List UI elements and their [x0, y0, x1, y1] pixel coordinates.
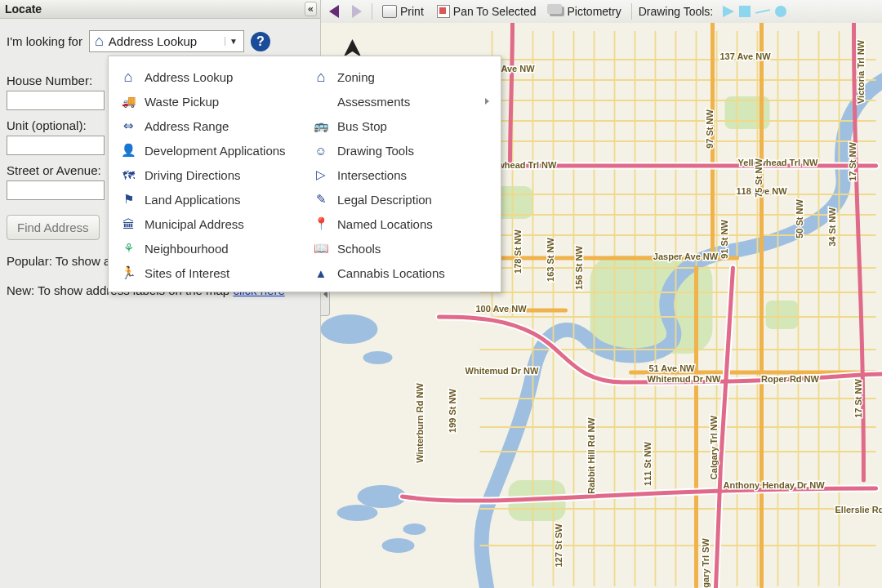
menu-item-zoning[interactable]: Zoning: [303, 65, 496, 89]
svg-text:Roper Rd NW: Roper Rd NW: [761, 374, 820, 384]
menu-item-neighbourhood[interactable]: Neighbourhood: [110, 236, 303, 261]
svg-text:17 St NW: 17 St NW: [853, 379, 863, 418]
draw-line-tool[interactable]: [755, 9, 770, 14]
ico-truck-icon: [120, 94, 136, 109]
svg-point-7: [363, 351, 393, 364]
svg-point-11: [382, 538, 415, 553]
menu-item-label: Address Lookup: [145, 70, 233, 84]
draw-circle-tool[interactable]: [775, 6, 786, 17]
menu-item-label: Driving Directions: [145, 168, 241, 182]
svg-text:34 St NW: 34 St NW: [827, 207, 837, 247]
svg-text:178 St NW: 178 St NW: [513, 229, 523, 273]
menu-item-land-applications[interactable]: Land Applications: [110, 187, 303, 212]
menu-item-legal-description[interactable]: Legal Description: [303, 187, 496, 212]
menu-item-schools[interactable]: Schools: [303, 236, 496, 261]
svg-text:127 St SW: 127 St SW: [554, 523, 564, 568]
print-button[interactable]: Print: [379, 3, 427, 20]
blank-icon: [313, 94, 329, 109]
lookup-row: I'm looking for Address Lookup ▼ ?: [0, 19, 320, 60]
menu-item-municipal-address[interactable]: Municipal Address: [110, 212, 303, 236]
menu-item-label: Land Applications: [145, 193, 241, 207]
nav-back-button[interactable]: [326, 3, 342, 20]
house-icon: [95, 33, 104, 50]
ico-dev-icon: [120, 143, 136, 158]
ico-school-icon: [313, 241, 329, 256]
menu-item-waste-pickup[interactable]: Waste Pickup: [110, 89, 303, 114]
svg-text:Calgary Trl NW: Calgary Trl NW: [709, 415, 719, 479]
menu-item-intersections[interactable]: Intersections: [303, 163, 496, 187]
pan-label: Pan To Selected: [453, 5, 537, 18]
menu-item-label: Bus Stop: [337, 119, 387, 133]
svg-text:Anthony Henday Dr NW: Anthony Henday Dr NW: [723, 480, 825, 490]
nav-forward-button[interactable]: [349, 3, 365, 20]
menu-item-cannabis-locations[interactable]: Cannabis Locations: [303, 261, 496, 285]
help-button[interactable]: ?: [251, 32, 270, 51]
ico-cannabis-icon: [313, 265, 329, 280]
menu-item-label: Intersections: [337, 168, 407, 182]
ico-zoning-icon: [313, 69, 329, 84]
lookup-label: I'm looking for: [7, 34, 82, 48]
drawing-tools-label: Drawing Tools:: [639, 5, 714, 18]
menu-item-address-lookup[interactable]: Address Lookup: [110, 65, 303, 89]
pictometry-label: Pictometry: [568, 5, 621, 18]
menu-item-label: Drawing Tools: [337, 144, 414, 158]
triangle-right-icon: [352, 5, 362, 18]
menu-item-label: Address Range: [145, 119, 229, 133]
print-icon: [382, 5, 397, 18]
ico-house-icon: [120, 69, 136, 84]
menu-item-address-range[interactable]: Address Range: [110, 114, 303, 138]
draw-rectangle-tool[interactable]: [739, 6, 751, 17]
svg-text:97 St NW: 97 St NW: [705, 109, 715, 149]
house-number-input[interactable]: [7, 91, 105, 110]
menu-item-driving-directions[interactable]: Driving Directions: [110, 163, 303, 187]
pictometry-icon: [550, 7, 564, 16]
svg-text:Victoria Trl NW: Victoria Trl NW: [856, 39, 866, 104]
svg-rect-5: [766, 301, 799, 329]
svg-text:100 Ave NW: 100 Ave NW: [475, 304, 527, 314]
svg-text:17 St NW: 17 St NW: [848, 142, 858, 181]
lookup-dropdown-value: Address Lookup: [109, 34, 225, 48]
menu-item-development-applications[interactable]: Development Applications: [110, 138, 303, 163]
svg-text:Yellowhead Trl NW: Yellowhead Trl NW: [738, 158, 818, 167]
ico-sites-icon: [120, 265, 136, 280]
unit-input[interactable]: [7, 136, 105, 155]
chevron-down-icon: ▼: [225, 37, 242, 46]
draw-pointer-tool[interactable]: [723, 6, 734, 17]
pan-to-selected-button[interactable]: Pan To Selected: [434, 3, 540, 20]
drawing-tools-swatches: [723, 6, 786, 17]
menu-item-assessments[interactable]: Assessments: [303, 89, 496, 114]
menu-item-sites-of-interest[interactable]: Sites of Interest: [110, 261, 303, 285]
svg-text:199 St NW: 199 St NW: [448, 388, 457, 432]
svg-text:111 St NW: 111 St NW: [643, 441, 653, 485]
find-address-button[interactable]: Find Address: [7, 215, 100, 240]
ico-neigh-icon: [120, 241, 136, 256]
svg-text:Whitemud Dr NW: Whitemud Dr NW: [466, 366, 539, 376]
svg-text:51 Ave NW: 51 Ave NW: [648, 363, 695, 373]
ico-named-icon: [313, 216, 329, 231]
menu-item-label: Sites of Interest: [145, 266, 229, 280]
menu-item-named-locations[interactable]: Named Locations: [303, 212, 496, 236]
menu-item-drawing-tools[interactable]: Drawing Tools: [303, 138, 496, 163]
menu-item-bus-stop[interactable]: Bus Stop: [303, 114, 496, 138]
menu-item-label: Legal Description: [337, 193, 432, 207]
lookup-dropdown[interactable]: Address Lookup ▼: [89, 30, 244, 52]
sidebar-collapse-button[interactable]: «: [305, 2, 317, 16]
menu-item-label: Cannabis Locations: [337, 266, 445, 280]
menu-item-label: Development Applications: [145, 144, 286, 158]
triangle-left-icon: [329, 5, 339, 18]
svg-text:Whitemud Dr NW: Whitemud Dr NW: [648, 374, 721, 384]
menu-item-label: Zoning: [337, 70, 375, 84]
ico-range-icon: [120, 118, 136, 133]
svg-text:Ellerslie Rd: Ellerslie Rd: [835, 505, 882, 514]
ico-bus-icon: [313, 118, 329, 133]
pictometry-button[interactable]: Pictometry: [546, 3, 625, 20]
street-input[interactable]: [7, 180, 105, 200]
pan-icon: [437, 5, 450, 18]
ico-inter-icon: [313, 167, 329, 182]
menu-item-label: Named Locations: [337, 217, 433, 231]
svg-text:137 Ave NW: 137 Ave NW: [719, 51, 771, 61]
toolbar-separator: [372, 3, 372, 20]
svg-text:75 St NW: 75 St NW: [754, 158, 764, 198]
map-toolbar: Print Pan To Selected Pictometry Drawing…: [321, 0, 882, 24]
lookup-dropdown-menu: Address LookupWaste PickupAddress RangeD…: [108, 56, 501, 292]
